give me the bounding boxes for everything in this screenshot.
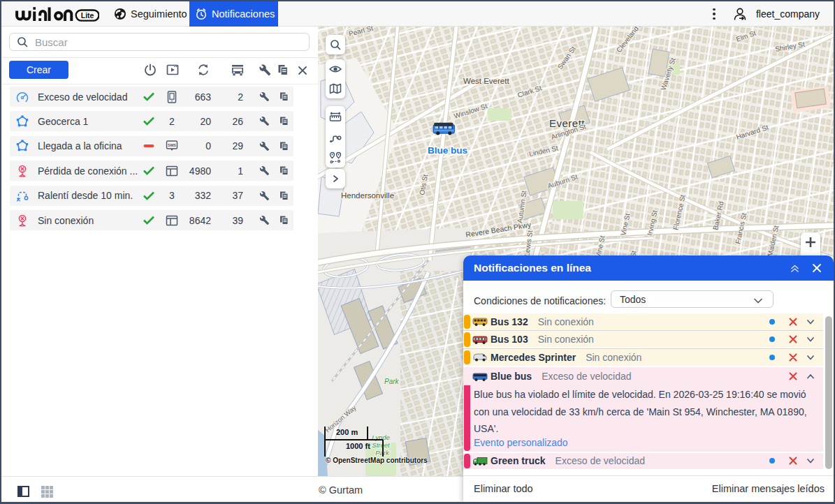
svg-text:West Everett: West Everett [463,77,509,85]
svg-text:Lite: Lite [81,11,94,20]
svg-text:Blue bus: Blue bus [428,145,467,156]
svg-text:Hendersonville: Hendersonville [341,191,394,200]
svg-text:Park: Park [384,378,400,385]
